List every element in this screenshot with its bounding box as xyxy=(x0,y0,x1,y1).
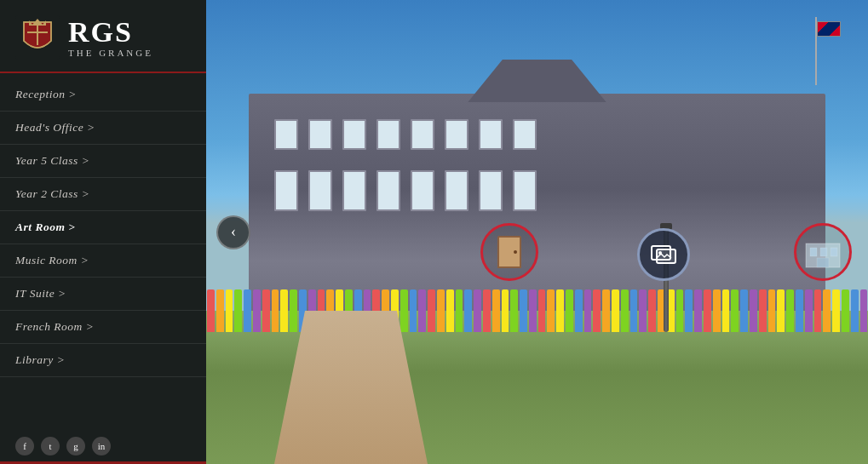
fence-slat xyxy=(860,289,868,332)
fence-slat xyxy=(280,289,288,332)
fence-slat xyxy=(400,289,408,332)
fence-slat xyxy=(685,289,693,332)
scene: ‹ xyxy=(206,0,868,464)
nav-item-year5[interactable]: Year 5 Class > xyxy=(0,145,206,178)
fence-slat xyxy=(207,289,215,332)
crest-icon xyxy=(15,15,60,60)
fence-slat xyxy=(823,289,831,332)
fence-slat xyxy=(547,289,555,332)
fence-slat xyxy=(832,289,840,332)
nav-link-music-room[interactable]: Music Room > xyxy=(0,244,206,277)
google-icon[interactable]: g xyxy=(66,437,85,455)
window xyxy=(411,119,434,150)
window xyxy=(445,170,468,211)
sidebar-social: f t g in xyxy=(0,428,126,464)
fence-slat xyxy=(621,289,629,332)
fence-slat xyxy=(759,289,767,332)
nav-link-year5[interactable]: Year 5 Class > xyxy=(0,145,206,177)
fence-slat xyxy=(750,289,757,332)
prev-arrow-button[interactable]: ‹ xyxy=(216,215,250,249)
fence-slat xyxy=(483,289,491,332)
window xyxy=(342,170,366,211)
fence-slat xyxy=(244,289,251,332)
facebook-icon[interactable]: f xyxy=(15,437,34,455)
fence-slat xyxy=(226,289,233,332)
door-hotspot[interactable] xyxy=(480,223,538,281)
sidebar: RGS The Grange Reception > Head's Office… xyxy=(0,0,206,464)
main-content: ‹ xyxy=(206,0,868,464)
fence-slat xyxy=(639,289,647,332)
fence-slat xyxy=(538,289,546,332)
fence-slat xyxy=(612,289,619,332)
fence-slat xyxy=(474,289,481,332)
fence-slat xyxy=(290,289,297,332)
fence-slat xyxy=(796,289,803,332)
fence-slat xyxy=(446,289,454,332)
fence-slat xyxy=(768,289,776,332)
logo-grange: The Grange xyxy=(68,49,153,58)
fence-slat xyxy=(510,289,518,332)
window xyxy=(479,170,503,211)
nav-item-music-room[interactable]: Music Room > xyxy=(0,244,206,278)
window xyxy=(342,119,366,150)
fence-slat xyxy=(428,289,435,332)
fence-slat xyxy=(216,289,224,332)
fence-slat xyxy=(272,289,279,332)
logo-rgs: RGS xyxy=(68,18,153,47)
nav-link-reception[interactable]: Reception > xyxy=(0,78,206,111)
fence-slat xyxy=(722,289,730,332)
nav-item-heads-office[interactable]: Head's Office > xyxy=(0,112,206,145)
nav-item-library[interactable]: Library > xyxy=(0,344,206,377)
window xyxy=(377,119,400,150)
window xyxy=(274,170,298,211)
window xyxy=(479,119,503,150)
fence-slat xyxy=(593,289,601,332)
window xyxy=(445,119,468,150)
linkedin-icon[interactable]: in xyxy=(92,437,111,455)
fence-slat xyxy=(502,289,509,332)
fence-slat xyxy=(437,289,445,332)
fence-slat xyxy=(851,289,859,332)
fence-slat xyxy=(648,289,656,332)
fence-slat xyxy=(676,289,684,332)
window xyxy=(308,170,332,211)
fence-slat xyxy=(520,289,527,332)
nav-link-year2[interactable]: Year 2 Class > xyxy=(0,178,206,210)
twitter-icon[interactable]: t xyxy=(41,437,60,455)
nav-link-library[interactable]: Library > xyxy=(0,344,206,376)
fence-slat xyxy=(410,289,417,332)
svg-rect-9 xyxy=(831,248,837,256)
fence-slat xyxy=(786,289,794,332)
nav-item-art-room[interactable]: Art Room > xyxy=(0,211,206,244)
fence-slat xyxy=(464,289,472,332)
fence-slat xyxy=(731,289,739,332)
nav-link-french-room[interactable]: French Room > xyxy=(0,311,206,343)
fence-slat xyxy=(602,289,610,332)
fence-slat xyxy=(777,289,785,332)
images-hotspot[interactable] xyxy=(637,228,690,281)
fence-slat xyxy=(740,289,748,332)
building-hotspot[interactable] xyxy=(794,223,852,281)
fence-slat xyxy=(842,289,849,332)
window xyxy=(377,170,400,211)
svg-rect-10 xyxy=(817,258,829,267)
nav-link-art-room[interactable]: Art Room > xyxy=(0,211,206,243)
window xyxy=(411,170,434,211)
nav-link-it-suite[interactable]: IT Suite > xyxy=(0,278,206,310)
fence-slat xyxy=(529,289,537,332)
nav-item-french-room[interactable]: French Room > xyxy=(0,311,206,344)
svg-rect-7 xyxy=(810,248,817,256)
fence-slat xyxy=(575,289,583,332)
svg-rect-8 xyxy=(820,248,827,256)
window xyxy=(308,119,332,150)
nav-item-reception[interactable]: Reception > xyxy=(0,78,206,112)
nav-link-heads-office[interactable]: Head's Office > xyxy=(0,112,206,144)
nav-item-it-suite[interactable]: IT Suite > xyxy=(0,278,206,311)
fence-slat xyxy=(253,289,261,332)
nav-item-year2[interactable]: Year 2 Class > xyxy=(0,178,206,211)
fence-slat xyxy=(418,289,426,332)
chevron-left-icon: ‹ xyxy=(231,223,236,241)
fence-slat xyxy=(262,289,270,332)
fence-slat xyxy=(814,289,822,332)
building-icon xyxy=(802,231,844,273)
